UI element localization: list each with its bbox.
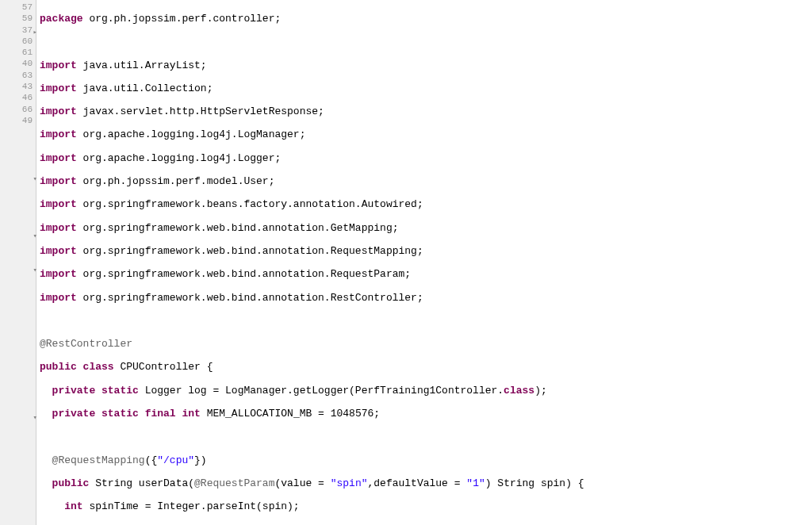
code-line[interactable]: public class CPUController { bbox=[40, 362, 812, 373]
line-number: ▾ bbox=[0, 262, 36, 274]
line-number: ▾ bbox=[0, 228, 36, 240]
code-line[interactable]: @RequestMapping({"/cpu"}) bbox=[40, 455, 812, 466]
line-number bbox=[0, 432, 36, 443]
line-number bbox=[0, 365, 36, 376]
code-editor[interactable]: package org.ph.jopssim.perf.controller; … bbox=[36, 0, 812, 525]
code-line[interactable]: import org.apache.logging.log4j.LogManag… bbox=[40, 129, 812, 140]
line-number: 59 bbox=[0, 13, 36, 24]
code-line[interactable]: import org.springframework.web.bind.anno… bbox=[40, 246, 812, 257]
code-line[interactable]: import org.springframework.web.bind.anno… bbox=[40, 293, 812, 304]
line-number bbox=[0, 149, 36, 160]
line-number bbox=[0, 477, 36, 489]
code-line[interactable]: @RestController bbox=[40, 339, 812, 350]
line-number bbox=[0, 160, 36, 171]
fold-marker-icon[interactable]: ▾ bbox=[31, 412, 37, 419]
code-line[interactable]: import java.util.ArrayList; bbox=[40, 60, 812, 71]
fold-marker-icon[interactable]: ▾ bbox=[31, 174, 37, 180]
line-number bbox=[0, 455, 36, 466]
code-line[interactable] bbox=[40, 36, 812, 48]
line-number bbox=[0, 126, 36, 137]
line-number bbox=[0, 353, 36, 364]
code-line[interactable]: import org.springframework.web.bind.anno… bbox=[40, 269, 812, 280]
line-number: 40 bbox=[0, 58, 36, 69]
line-number: 57 bbox=[0, 2, 36, 13]
line-number bbox=[0, 387, 36, 398]
line-number bbox=[0, 398, 36, 409]
code-line[interactable] bbox=[40, 431, 812, 443]
code-line[interactable]: public String userData(@RequestParam(val… bbox=[40, 478, 812, 489]
line-number bbox=[0, 466, 36, 477]
line-number bbox=[0, 331, 36, 342]
line-number bbox=[0, 376, 36, 387]
line-number bbox=[0, 342, 36, 353]
code-line[interactable]: import java.util.Collection; bbox=[40, 83, 812, 94]
line-number bbox=[0, 251, 36, 262]
line-number: ▾ bbox=[0, 410, 36, 421]
line-number: 63 bbox=[0, 70, 36, 81]
line-number: 37▸ bbox=[0, 25, 36, 36]
line-number: 60 bbox=[0, 36, 36, 47]
line-number bbox=[0, 240, 36, 251]
code-line[interactable]: private static Logger log = LogManager.g… bbox=[40, 385, 812, 397]
code-line[interactable]: import org.apache.logging.log4j.Logger; bbox=[40, 153, 812, 164]
code-line[interactable]: import org.springframework.web.bind.anno… bbox=[40, 223, 812, 234]
line-number bbox=[0, 194, 36, 205]
line-number bbox=[0, 285, 36, 296]
code-line[interactable]: int spinTime = Integer.parseInt(spin); bbox=[40, 501, 812, 512]
line-number bbox=[0, 217, 36, 228]
fold-marker-icon[interactable]: ▾ bbox=[31, 265, 37, 271]
line-number bbox=[0, 138, 36, 149]
line-number bbox=[0, 297, 36, 308]
line-number: 46 bbox=[0, 92, 36, 103]
line-number bbox=[0, 183, 36, 194]
code-line[interactable]: import org.ph.jopssim.perf.model.User; bbox=[40, 176, 812, 187]
line-number bbox=[0, 205, 36, 217]
line-number bbox=[0, 308, 36, 319]
line-number-gutter: 57 59 37▸ 60 61 40 63 43 46 66 49 ▾ ▾ ▾ … bbox=[0, 0, 36, 525]
fold-marker-icon[interactable]: ▸ bbox=[31, 27, 37, 33]
code-line[interactable]: import javax.servlet.http.HttpServletRes… bbox=[40, 106, 812, 117]
code-line[interactable] bbox=[40, 316, 812, 327]
line-number: 66 bbox=[0, 104, 36, 115]
line-number bbox=[0, 500, 36, 512]
code-line[interactable]: private static final int MEM_ALLOCATION_… bbox=[40, 408, 812, 420]
code-line[interactable]: import org.springframework.beans.factory… bbox=[40, 199, 812, 210]
line-number bbox=[0, 489, 36, 500]
code-line[interactable]: package org.ph.jopssim.perf.controller; bbox=[40, 13, 812, 25]
line-number: ▾ bbox=[0, 171, 36, 182]
line-number: 43 bbox=[0, 81, 36, 92]
line-number bbox=[0, 421, 36, 432]
line-number: 61 bbox=[0, 47, 36, 58]
line-number bbox=[0, 319, 36, 330]
line-number bbox=[0, 274, 36, 285]
line-number bbox=[0, 444, 36, 455]
fold-marker-icon[interactable]: ▾ bbox=[31, 231, 37, 237]
line-number: 49 bbox=[0, 115, 36, 126]
